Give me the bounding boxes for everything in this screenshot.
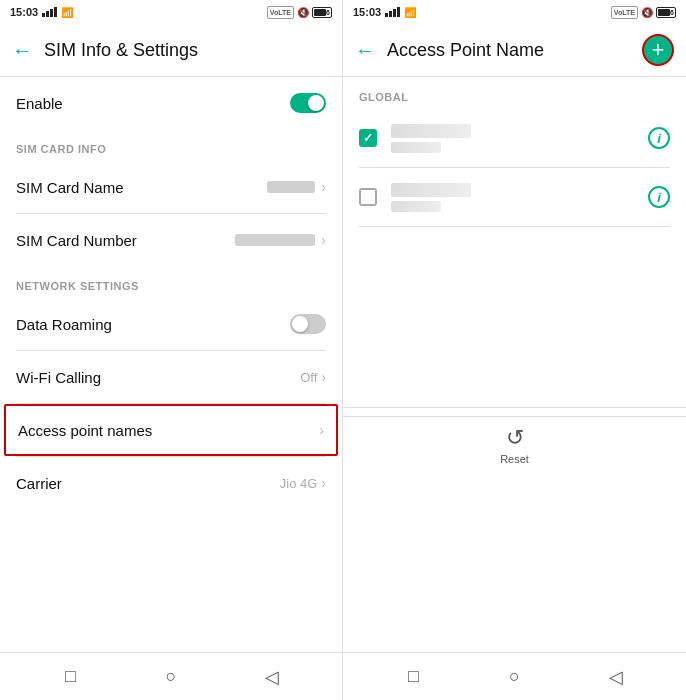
nav-square-left[interactable]: □ (50, 657, 90, 697)
global-section-label: GLOBAL (343, 77, 686, 109)
sim-card-number-row[interactable]: SIM Card Number › (0, 214, 342, 266)
sim-card-name-chevron: › (321, 179, 326, 195)
apn-info-2 (391, 183, 648, 212)
nav-back-right[interactable]: ◁ (596, 657, 636, 697)
sim-card-number-value (235, 234, 315, 246)
wifi-icon-left: 📶 (61, 7, 73, 18)
apn-name-2 (391, 183, 471, 197)
volte-badge-right: VoLTE (611, 6, 638, 19)
mute-icon-left: 🔇 (297, 7, 309, 18)
back-button-left[interactable]: ← (12, 39, 32, 62)
access-point-names-row[interactable]: Access point names › (4, 404, 338, 456)
sim-card-name-value (267, 181, 315, 193)
sim-card-name-row[interactable]: SIM Card Name › (0, 161, 342, 213)
bar1 (42, 13, 45, 17)
apn-item-1[interactable]: ✓ i (343, 109, 686, 167)
carrier-value: Jio 4G (280, 476, 318, 491)
data-roaming-label: Data Roaming (16, 316, 290, 333)
wifi-calling-label: Wi-Fi Calling (16, 369, 300, 386)
carrier-row[interactable]: Carrier Jio 4G › (0, 457, 342, 509)
bottom-nav-right: □ ○ ◁ (343, 652, 686, 700)
sim-card-name-label: SIM Card Name (16, 179, 267, 196)
enable-toggle[interactable] (290, 93, 326, 113)
checkmark-1: ✓ (363, 131, 373, 145)
time-left: 15:03 (10, 6, 38, 18)
left-panel: 15:03 📶 VoLTE 🔇 76 ← SIM Info & Settings… (0, 0, 343, 700)
divider-apn2 (359, 226, 670, 227)
sim-card-number-chevron: › (321, 232, 326, 248)
sim-card-info-label: SIM CARD INFO (0, 129, 342, 161)
top-bar-left: ← SIM Info & Settings (0, 24, 342, 76)
bar1r (385, 13, 388, 17)
nav-circle-right[interactable]: ○ (495, 657, 535, 697)
wifi-calling-value: Off (300, 370, 317, 385)
top-bar-right: ← Access Point Name + (343, 24, 686, 76)
status-right-left: VoLTE 🔇 76 (267, 6, 332, 19)
sim-card-number-label: SIM Card Number (16, 232, 235, 249)
apn-info-1 (391, 124, 648, 153)
apn-info-btn-1[interactable]: i (648, 127, 670, 149)
back-button-right[interactable]: ← (355, 39, 375, 62)
wifi-icon-right: 📶 (404, 7, 416, 18)
bar4r (397, 7, 400, 17)
add-apn-button[interactable]: + (642, 34, 674, 66)
carrier-label: Carrier (16, 475, 280, 492)
right-panel: 15:03 📶 VoLTE 🔇 76 ← Access Point Name + (343, 0, 686, 700)
battery-level-left: 76 (322, 9, 330, 16)
wifi-calling-row[interactable]: Wi-Fi Calling Off › (0, 351, 342, 403)
status-left-right: 15:03 📶 (353, 6, 416, 18)
reset-label: Reset (500, 453, 529, 465)
bottom-nav-left: □ ○ ◁ (0, 652, 342, 700)
page-title-left: SIM Info & Settings (44, 40, 198, 61)
divider-reset (343, 416, 686, 417)
apn-checkbox-2[interactable] (359, 188, 377, 206)
nav-circle-left[interactable]: ○ (151, 657, 191, 697)
apn-item-2[interactable]: i (343, 168, 686, 226)
enable-row[interactable]: Enable (0, 77, 342, 129)
apn-detail-1 (391, 142, 441, 153)
nav-square-right[interactable]: □ (394, 657, 434, 697)
toggle-thumb-enable (308, 95, 324, 111)
top-bar-actions-right: + (642, 34, 674, 66)
bar3 (50, 9, 53, 17)
nav-back-left[interactable]: ◁ (252, 657, 292, 697)
wifi-calling-chevron: › (321, 369, 326, 385)
status-left: 15:03 📶 (10, 6, 73, 18)
page-title-right: Access Point Name (387, 40, 544, 61)
data-roaming-toggle[interactable] (290, 314, 326, 334)
apn-info-btn-2[interactable]: i (648, 186, 670, 208)
bar2r (389, 11, 392, 17)
access-point-names-label: Access point names (18, 422, 319, 439)
status-right-right: VoLTE 🔇 76 (611, 6, 676, 19)
signal-bars-left (42, 7, 57, 17)
battery-right: 76 (656, 7, 676, 18)
apn-checkbox-1[interactable]: ✓ (359, 129, 377, 147)
bar4 (54, 7, 57, 17)
time-right: 15:03 (353, 6, 381, 18)
battery-left: 76 (312, 7, 332, 18)
battery-level-right: 76 (666, 9, 674, 16)
reset-section: ↺ Reset (343, 407, 686, 473)
carrier-chevron: › (321, 475, 326, 491)
signal-bars-right (385, 7, 400, 17)
status-bar-left: 15:03 📶 VoLTE 🔇 76 (0, 0, 342, 24)
bar2 (46, 11, 49, 17)
toggle-off-thumb (292, 316, 308, 332)
reset-button[interactable]: ↺ Reset (500, 425, 529, 465)
status-bar-right: 15:03 📶 VoLTE 🔇 76 (343, 0, 686, 24)
reset-icon: ↺ (506, 425, 524, 451)
volte-badge-left: VoLTE (267, 6, 294, 19)
network-settings-label: NETWORK SETTINGS (0, 266, 342, 298)
bar3r (393, 9, 396, 17)
access-point-names-chevron: › (319, 422, 324, 438)
data-roaming-row[interactable]: Data Roaming (0, 298, 342, 350)
apn-detail-2 (391, 201, 441, 212)
enable-label: Enable (16, 95, 290, 112)
apn-name-1 (391, 124, 471, 138)
mute-icon-right: 🔇 (641, 7, 653, 18)
